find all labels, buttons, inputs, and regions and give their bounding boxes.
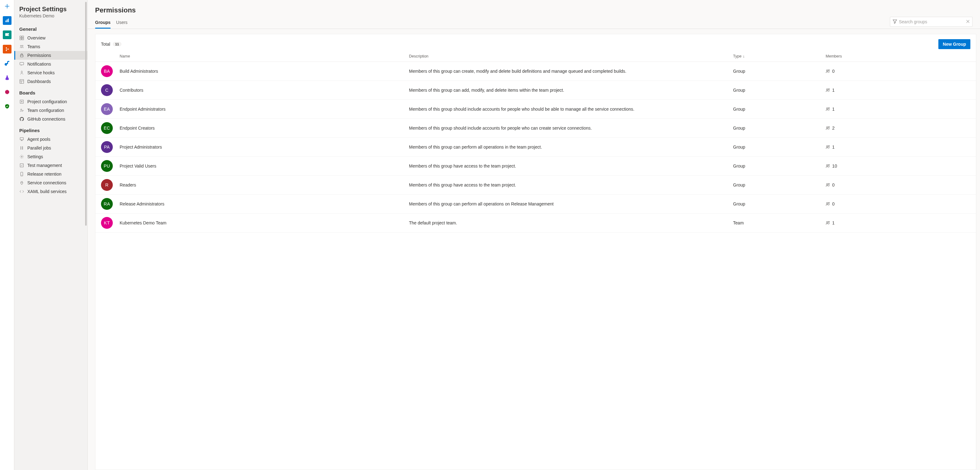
- table-row[interactable]: BABuild AdministratorsMembers of this gr…: [95, 62, 976, 81]
- avatar: RA: [101, 198, 113, 210]
- table-row[interactable]: KTKubernetes Demo TeamThe default projec…: [95, 213, 976, 233]
- nav-rail: [0, 0, 14, 470]
- group-type: Group: [733, 201, 826, 206]
- col-members[interactable]: Members: [826, 54, 970, 59]
- sidebar-item-test-management[interactable]: Test management: [14, 161, 88, 170]
- main-content: Permissions Groups Users Total 1: [88, 0, 980, 470]
- group-name: Build Administrators: [119, 69, 409, 74]
- svg-point-6: [8, 48, 9, 50]
- overview-icon: [19, 35, 24, 40]
- sidebar-item-label: Project configuration: [27, 99, 67, 104]
- sidebar-item-permissions[interactable]: Permissions: [14, 51, 88, 60]
- sidebar-item-agent-pools[interactable]: Agent pools: [14, 135, 88, 143]
- sidebar-item-parallel-jobs[interactable]: Parallel jobs: [14, 143, 88, 152]
- team-config-icon: [19, 108, 24, 113]
- repos-icon[interactable]: [3, 45, 11, 53]
- sidebar-item-service-connections[interactable]: Service connections: [14, 178, 88, 187]
- svg-point-12: [22, 45, 23, 47]
- group-description: Members of this group should include acc…: [409, 125, 733, 131]
- add-icon[interactable]: [3, 2, 11, 11]
- new-group-button[interactable]: New Group: [939, 39, 970, 49]
- lock-icon: [19, 53, 24, 58]
- group-members: 0: [826, 201, 970, 206]
- section-general: General: [14, 22, 88, 33]
- shield-icon[interactable]: [3, 102, 11, 111]
- group-type: Group: [733, 164, 826, 169]
- col-description[interactable]: Description: [409, 54, 733, 59]
- svg-point-17: [21, 109, 22, 110]
- table-row[interactable]: RReadersMembers of this group have acces…: [95, 175, 976, 194]
- svg-point-35: [827, 183, 828, 185]
- search-box[interactable]: [890, 17, 972, 27]
- group-description: Members of this group should include acc…: [409, 106, 733, 112]
- svg-point-24: [828, 70, 829, 70]
- clear-icon[interactable]: [966, 19, 970, 24]
- table-body: BABuild AdministratorsMembers of this gr…: [95, 62, 976, 233]
- tab-users[interactable]: Users: [116, 17, 128, 29]
- tab-groups[interactable]: Groups: [95, 17, 111, 29]
- table-row[interactable]: EAEndpoint AdministratorsMembers of this…: [95, 100, 976, 119]
- svg-point-33: [827, 164, 828, 166]
- group-type: Group: [733, 88, 826, 92]
- plug-icon: [19, 180, 24, 185]
- sidebar-item-label: Service connections: [27, 180, 66, 185]
- sidebar-item-dashboards[interactable]: Dashboards: [14, 77, 88, 86]
- retention-icon: [19, 172, 24, 177]
- groups-card: Total 11 New Group Name Description Type…: [95, 34, 976, 470]
- artifacts-icon[interactable]: [3, 88, 11, 96]
- svg-point-25: [827, 89, 828, 90]
- sidebar-item-label: XAML build services: [27, 189, 67, 194]
- col-name[interactable]: Name: [119, 54, 409, 59]
- sidebar-item-service-hooks[interactable]: Service hooks: [14, 69, 88, 77]
- group-description: Members of this group can create, modify…: [409, 69, 733, 74]
- sidebar-item-team-configuration[interactable]: Team configuration: [14, 106, 88, 115]
- svg-rect-2: [8, 19, 9, 22]
- sidebar-item-label: Release retention: [27, 172, 62, 177]
- svg-point-40: [828, 221, 829, 222]
- sidebar-item-overview[interactable]: Overview: [14, 33, 88, 42]
- tabs: Groups Users: [95, 17, 127, 29]
- sidebar-item-label: Service hooks: [27, 70, 55, 75]
- total-count: 11: [113, 42, 121, 46]
- svg-rect-14: [20, 62, 24, 65]
- boards-icon[interactable]: [3, 30, 11, 39]
- test-icon[interactable]: [3, 73, 11, 82]
- group-description: Members of this group have access to the…: [409, 182, 733, 188]
- sidebar-item-label: Notifications: [27, 62, 51, 67]
- dashboard-icon: [19, 79, 24, 84]
- table-row[interactable]: PUProject Valid UsersMembers of this gro…: [95, 157, 976, 175]
- avatar: KT: [101, 217, 113, 229]
- search-input[interactable]: [899, 19, 966, 24]
- pipelines-icon[interactable]: [3, 59, 11, 68]
- sidebar-item-github-connections[interactable]: GitHub connections: [14, 115, 88, 123]
- col-type[interactable]: Type↓: [733, 54, 826, 59]
- group-name: Endpoint Administrators: [119, 107, 409, 112]
- sidebar-item-xaml-build-services[interactable]: XAML build services: [14, 187, 88, 196]
- sidebar-item-project-configuration[interactable]: Project configuration: [14, 97, 88, 106]
- table-row[interactable]: RARelease AdministratorsMembers of this …: [95, 194, 976, 213]
- settings-sidebar: Project Settings Kubernetes Demo General…: [14, 0, 88, 470]
- sidebar-title: Project Settings: [14, 6, 88, 13]
- svg-point-28: [828, 108, 829, 108]
- sidebar-item-settings[interactable]: Settings: [14, 152, 88, 161]
- analytics-icon[interactable]: [3, 16, 11, 25]
- table-row[interactable]: ECEndpoint CreatorsMembers of this group…: [95, 119, 976, 138]
- group-members: 2: [826, 126, 970, 131]
- table-row[interactable]: PAProject AdministratorsMembers of this …: [95, 138, 976, 157]
- avatar: BA: [101, 65, 113, 77]
- sidebar-item-release-retention[interactable]: Release retention: [14, 170, 88, 178]
- sidebar-item-notifications[interactable]: Notifications: [14, 60, 88, 69]
- sidebar-item-label: Parallel jobs: [27, 145, 51, 150]
- chat-icon: [19, 62, 24, 67]
- svg-rect-10: [22, 38, 24, 40]
- teams-icon: [19, 44, 24, 49]
- group-type: Group: [733, 182, 826, 188]
- svg-point-23: [827, 70, 828, 71]
- svg-rect-7: [20, 36, 21, 38]
- table-row[interactable]: CContributorsMembers of this group can a…: [95, 81, 976, 100]
- svg-point-29: [827, 126, 828, 128]
- sidebar-item-teams[interactable]: Teams: [14, 42, 88, 51]
- github-icon: [19, 116, 24, 121]
- avatar: EC: [101, 122, 113, 134]
- group-name: Project Administrators: [119, 145, 409, 150]
